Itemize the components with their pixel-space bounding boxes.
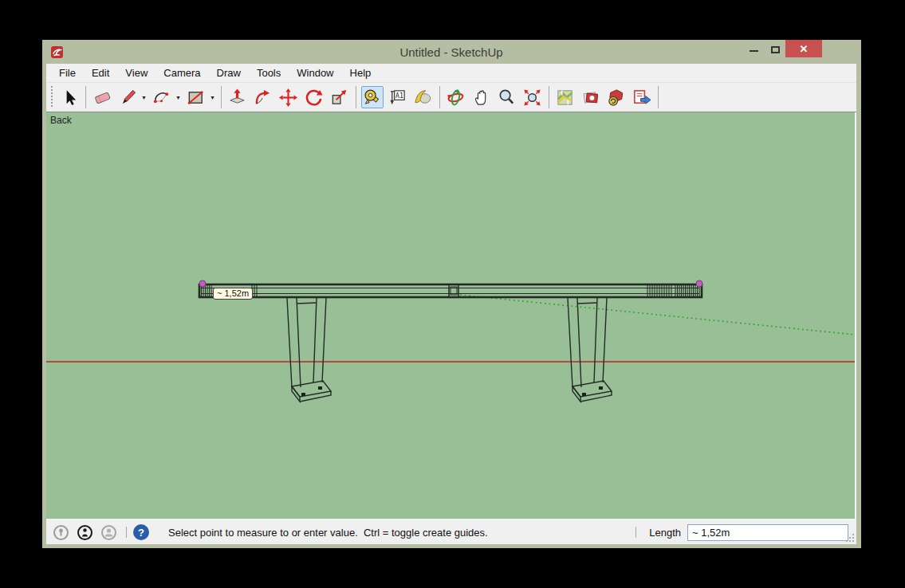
scale-tool-button[interactable] xyxy=(329,86,351,108)
follow-me-tool-button[interactable] xyxy=(252,86,274,108)
geolocation-status-icon[interactable] xyxy=(53,524,69,541)
tape-measure-tool-button[interactable] xyxy=(361,86,384,108)
push-pull-icon xyxy=(227,88,247,108)
toolbar: ▼ ▼ ▼ xyxy=(46,83,856,112)
tape-measure-icon xyxy=(362,88,382,108)
zoom-extents-tool-button[interactable] xyxy=(521,86,544,108)
inference-dotted-line xyxy=(460,295,855,335)
toolbar-separator xyxy=(356,86,356,108)
rectangle-icon xyxy=(186,88,206,108)
statusbar: ? Select point to measure to or enter va… xyxy=(46,520,856,544)
push-pull-tool-button[interactable] xyxy=(226,86,249,108)
share-model-icon xyxy=(632,88,651,108)
status-hint-text: Select point to measure to or enter valu… xyxy=(168,527,488,539)
get-models-icon xyxy=(606,88,626,108)
minimize-button[interactable] xyxy=(742,40,765,57)
drawing-canvas[interactable]: Back ~ 1,52m xyxy=(46,112,856,520)
menu-window[interactable]: Window xyxy=(289,67,341,79)
photo-textures-icon xyxy=(580,88,600,108)
maximize-button[interactable] xyxy=(763,40,787,57)
map-icon xyxy=(555,88,575,108)
select-arrow-icon xyxy=(60,88,80,108)
model-wireframe xyxy=(46,112,855,519)
help-button[interactable]: ? xyxy=(133,524,149,540)
share-model-tool-button[interactable] xyxy=(631,86,653,108)
minimize-icon xyxy=(750,50,758,52)
rotate-icon xyxy=(304,88,324,108)
toolbar-separator xyxy=(221,86,222,108)
follow-me-icon xyxy=(253,88,273,108)
rectangle-tool-button[interactable] xyxy=(185,86,207,108)
measurement-box-label: Length xyxy=(649,527,681,539)
menu-view[interactable]: View xyxy=(117,67,155,79)
left-leg xyxy=(287,298,331,402)
eraser-tool-button[interactable] xyxy=(91,86,113,108)
view-name-label: Back xyxy=(50,115,72,126)
pencil-icon xyxy=(118,88,138,108)
zoom-tool-button[interactable] xyxy=(496,86,518,108)
menu-edit[interactable]: Edit xyxy=(84,67,117,79)
toolbar-separator xyxy=(439,86,440,108)
pan-hand-icon xyxy=(471,88,491,108)
sign-in-icon[interactable] xyxy=(100,524,117,541)
arc-icon xyxy=(151,88,171,108)
credit-attribution-icon[interactable] xyxy=(77,524,93,541)
measurement-tooltip: ~ 1,52m xyxy=(213,288,253,300)
measure-end-point xyxy=(696,280,702,287)
toolbar-separator xyxy=(549,86,549,108)
toolbar-drag-handle[interactable] xyxy=(50,86,54,108)
line-dropdown-arrow-icon[interactable]: ▼ xyxy=(141,95,147,100)
menu-tools[interactable]: Tools xyxy=(249,67,289,79)
resize-grip[interactable] xyxy=(846,534,854,542)
menu-camera[interactable]: Camera xyxy=(155,67,208,79)
rectangle-dropdown-arrow-icon[interactable]: ▼ xyxy=(210,95,215,100)
arc-tool-button[interactable] xyxy=(151,86,173,108)
menubar: File Edit View Camera Draw Tools Window … xyxy=(46,64,856,83)
menu-draw[interactable]: Draw xyxy=(209,67,249,79)
sketchup-window: Untitled - SketchUp ✕ File Edit View Cam… xyxy=(42,40,861,548)
paint-bucket-tool-button[interactable] xyxy=(412,86,435,108)
photo-textures-tool-button[interactable] xyxy=(580,86,602,108)
scale-icon xyxy=(329,88,349,108)
measurement-input[interactable] xyxy=(687,524,848,541)
rotate-tool-button[interactable] xyxy=(303,86,325,108)
statusbar-separator xyxy=(635,527,636,538)
paint-bucket-icon xyxy=(413,88,433,108)
line-tool-button[interactable] xyxy=(116,86,139,108)
select-tool-button[interactable] xyxy=(58,86,81,108)
toolbar-separator xyxy=(658,86,659,108)
close-button[interactable]: ✕ xyxy=(785,40,822,57)
pan-tool-button[interactable] xyxy=(470,86,493,108)
arc-dropdown-arrow-icon[interactable]: ▼ xyxy=(175,95,181,100)
titlebar[interactable]: Untitled - SketchUp ✕ xyxy=(46,40,856,64)
eraser-icon xyxy=(92,88,112,108)
measure-start-point xyxy=(199,280,206,287)
zoom-magnifier-icon xyxy=(497,88,517,108)
window-title: Untitled - SketchUp xyxy=(46,45,856,59)
move-icon xyxy=(278,88,298,108)
get-models-tool-button[interactable] xyxy=(605,86,628,108)
toolbar-separator xyxy=(85,86,86,108)
menu-help[interactable]: Help xyxy=(342,67,380,79)
add-location-tool-button[interactable] xyxy=(554,86,576,108)
move-tool-button[interactable] xyxy=(277,86,300,108)
menu-file[interactable]: File xyxy=(51,67,84,79)
dimension-tool-button[interactable]: A1 xyxy=(387,86,409,108)
dimension-icon: A1 xyxy=(388,88,407,108)
zoom-extents-icon xyxy=(522,88,542,108)
maximize-icon xyxy=(771,46,780,53)
orbit-icon xyxy=(446,88,466,108)
statusbar-separator xyxy=(126,527,127,538)
dimension-label: A1 xyxy=(395,91,403,99)
orbit-tool-button[interactable] xyxy=(445,86,467,108)
right-leg xyxy=(568,298,612,402)
